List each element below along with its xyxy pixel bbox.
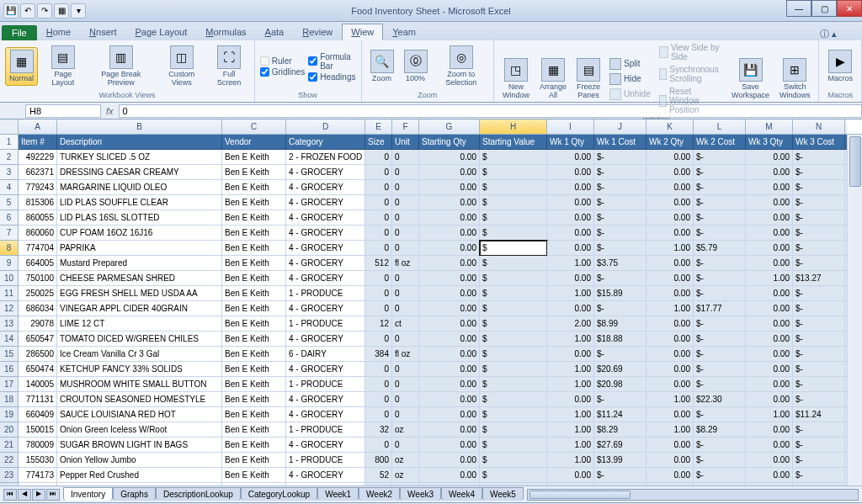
- cell[interactable]: Ice Cream Vanilla Cr 3 Gal: [57, 347, 222, 362]
- cell[interactable]: 664005: [19, 256, 57, 271]
- tab-page-layout[interactable]: Page Layout: [126, 24, 197, 40]
- cell[interactable]: $ -: [594, 165, 646, 180]
- cell[interactable]: Ben E Keith: [222, 438, 286, 453]
- row-headers[interactable]: 123456789101112131415161718192021222324: [0, 135, 19, 485]
- cell[interactable]: 1.00: [547, 377, 594, 392]
- header-cell[interactable]: Unit: [392, 135, 419, 150]
- cell[interactable]: 0.00: [419, 453, 480, 468]
- zoom-button[interactable]: 🔍Zoom: [367, 48, 397, 85]
- cell[interactable]: 0.00: [746, 301, 793, 316]
- cell[interactable]: CUP FOAM 16OZ 16J16: [57, 225, 222, 241]
- col-header-D[interactable]: D: [286, 119, 365, 135]
- cell[interactable]: 650547: [19, 332, 57, 347]
- cell[interactable]: 1.00: [646, 241, 694, 256]
- header-cell[interactable]: Category: [286, 135, 365, 150]
- cell[interactable]: $: [480, 332, 547, 347]
- col-header-H[interactable]: H: [480, 119, 547, 135]
- cell[interactable]: EGG FRESH SHELL MED USDA AA: [57, 286, 222, 301]
- cell[interactable]: $ -: [793, 438, 845, 453]
- cell[interactable]: Ben E Keith: [222, 468, 286, 483]
- header-cell[interactable]: Vendor: [222, 135, 286, 150]
- cell[interactable]: 0.00: [646, 286, 694, 301]
- cell[interactable]: 0.00: [646, 347, 694, 362]
- cell[interactable]: 0.00: [547, 210, 594, 225]
- cell[interactable]: 0.00: [746, 377, 793, 392]
- col-header-I[interactable]: I: [547, 119, 594, 135]
- cell[interactable]: 1.00: [547, 407, 594, 422]
- cell[interactable]: $ -: [694, 165, 746, 180]
- cell[interactable]: 0.00: [746, 483, 793, 485]
- col-header-O[interactable]: O: [845, 119, 862, 135]
- cell[interactable]: 0.00: [547, 483, 594, 485]
- cell[interactable]: 0.00: [646, 210, 694, 225]
- sheet-tab-inventory[interactable]: Inventory: [63, 487, 113, 501]
- cell[interactable]: $: [480, 362, 547, 377]
- cell[interactable]: $: [480, 392, 547, 407]
- cell[interactable]: 0: [365, 241, 392, 256]
- cell[interactable]: $: [480, 165, 547, 180]
- row-header-5[interactable]: 5: [0, 195, 19, 210]
- cell[interactable]: Ben E Keith: [222, 316, 286, 332]
- cell[interactable]: 4 - GROCERY: [286, 271, 365, 286]
- cell[interactable]: $ -: [694, 256, 746, 271]
- cell[interactable]: 4 - GROCERY: [286, 468, 365, 483]
- cell[interactable]: $ -: [694, 438, 746, 453]
- cell[interactable]: 4 - GROCERY: [286, 332, 365, 347]
- row-header-7[interactable]: 7: [0, 225, 19, 241]
- cell[interactable]: 0.00: [646, 256, 694, 271]
- cell[interactable]: 0.00: [746, 392, 793, 407]
- cell[interactable]: $ -: [694, 362, 746, 377]
- sheet-tab-week4[interactable]: Week4: [441, 487, 482, 501]
- row-header-2[interactable]: 2: [0, 150, 19, 165]
- cell[interactable]: 140005: [19, 377, 57, 392]
- cell[interactable]: 0.00: [419, 438, 480, 453]
- cell[interactable]: 4 - GROCERY: [286, 195, 365, 210]
- cell[interactable]: $ -: [793, 195, 845, 210]
- cell[interactable]: 0: [365, 362, 392, 377]
- row-header-6[interactable]: 6: [0, 210, 19, 225]
- cell[interactable]: 2 - FROZEN FOOD: [286, 150, 365, 165]
- cell[interactable]: 0: [365, 165, 392, 180]
- cell[interactable]: 0.00: [746, 241, 793, 256]
- cell[interactable]: 0.00: [646, 468, 694, 483]
- row-header-13[interactable]: 13: [0, 316, 19, 332]
- cell[interactable]: 0.00: [419, 210, 480, 225]
- cell[interactable]: 1.00: [646, 483, 694, 485]
- header-cell[interactable]: Description: [57, 135, 222, 150]
- cell[interactable]: 0: [392, 332, 419, 347]
- cell[interactable]: 0: [392, 241, 419, 256]
- cell[interactable]: VINEGAR APPL CIDER 40GRAIN: [57, 301, 222, 316]
- cell[interactable]: Ben E Keith: [222, 483, 286, 485]
- cell[interactable]: 0.00: [746, 453, 793, 468]
- cell[interactable]: oz: [392, 468, 419, 483]
- cell[interactable]: $ -: [793, 422, 845, 438]
- cell[interactable]: $ 11.24: [793, 407, 845, 422]
- cell[interactable]: Mustard Prepared: [57, 256, 222, 271]
- cell[interactable]: $ 11.24: [594, 407, 646, 422]
- cell[interactable]: MARGARINE LIQUID OLEO: [57, 180, 222, 195]
- header-cell[interactable]: Wk 2 Qty: [646, 135, 694, 150]
- cell[interactable]: 1.00: [547, 332, 594, 347]
- qat-save-icon[interactable]: 💾: [3, 3, 19, 19]
- cell[interactable]: $ 29.99: [694, 483, 746, 485]
- row-header-17[interactable]: 17: [0, 377, 19, 392]
- header-cell[interactable]: Wk 1 Qty: [547, 135, 594, 150]
- cell[interactable]: $: [480, 347, 547, 362]
- macros-button[interactable]: ▶Macros: [824, 48, 856, 85]
- cell[interactable]: 0.00: [547, 301, 594, 316]
- cell[interactable]: 0.00: [746, 316, 793, 332]
- cell[interactable]: 0.00: [746, 422, 793, 438]
- cell[interactable]: Ben E Keith: [222, 332, 286, 347]
- cell[interactable]: 0.00: [746, 286, 793, 301]
- row-header-19[interactable]: 19: [0, 407, 19, 422]
- cell[interactable]: $ -: [793, 301, 845, 316]
- cell[interactable]: 1.00: [547, 256, 594, 271]
- col-header-N[interactable]: N: [793, 119, 845, 135]
- cell[interactable]: 0.00: [746, 362, 793, 377]
- qat-btn[interactable]: ▦: [54, 3, 69, 19]
- cell[interactable]: 0.00: [646, 316, 694, 332]
- col-header-B[interactable]: B: [57, 119, 222, 135]
- sheet-tab-week1[interactable]: Week1: [317, 487, 359, 501]
- cell[interactable]: 1.00: [646, 301, 694, 316]
- cell[interactable]: $ 8.99: [594, 316, 646, 332]
